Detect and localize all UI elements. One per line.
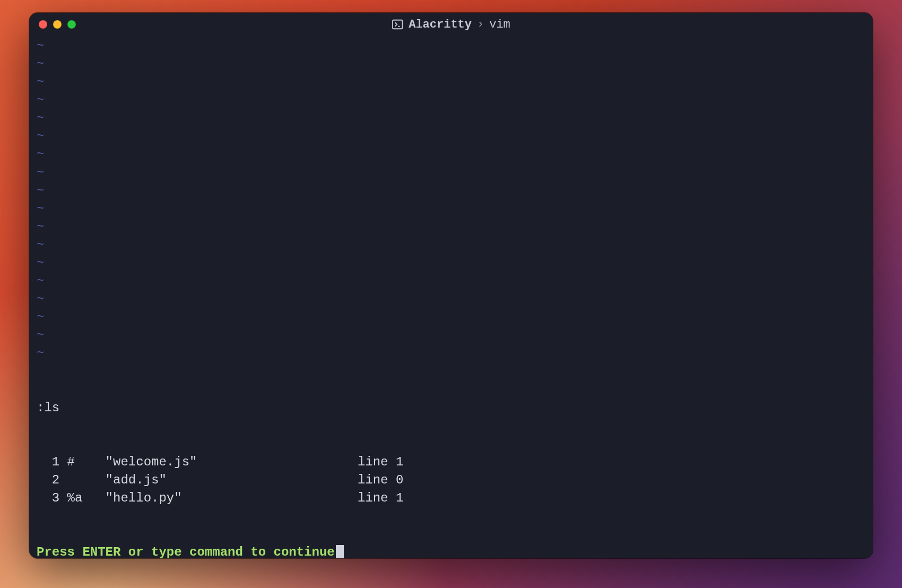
buffer-row: 1 # "welcome.js" line 1 <box>37 453 865 471</box>
vim-tilde-line: ~ <box>37 308 865 326</box>
command-echo: :ls <box>37 399 865 417</box>
vim-tilde-line: ~ <box>37 200 865 218</box>
vim-tilde-line: ~ <box>37 272 865 290</box>
title-separator: › <box>477 18 484 31</box>
terminal-icon <box>392 19 403 30</box>
cursor <box>336 545 344 558</box>
close-button[interactable] <box>39 20 47 29</box>
vim-tilde-line: ~ <box>37 344 865 362</box>
ls-output: :ls 1 # "welcome.js" line 1 2 "add.js" l… <box>37 362 865 543</box>
vim-tilde-line: ~ <box>37 91 865 109</box>
desktop-wallpaper: Alacritty › vim ~~~~~~~~~~~~~~~~~~ :ls 1… <box>0 0 902 588</box>
vim-tilde-line: ~ <box>37 218 865 236</box>
vim-tilde-line: ~ <box>37 145 865 163</box>
buffer-list: 1 # "welcome.js" line 1 2 "add.js" line … <box>37 453 865 507</box>
continue-prompt-text: Press ENTER or type command to continue <box>37 543 335 558</box>
vim-tilde-line: ~ <box>37 73 865 91</box>
vim-tilde-line: ~ <box>37 236 865 254</box>
vim-tilde-line: ~ <box>37 164 865 182</box>
vim-tilde-line: ~ <box>37 254 865 272</box>
buffer-row: 3 %a "hello.py" line 1 <box>37 489 865 507</box>
vim-tilde-line: ~ <box>37 290 865 308</box>
vim-tilde-line: ~ <box>37 127 865 145</box>
minimize-button[interactable] <box>53 20 62 29</box>
vim-tilde-line: ~ <box>37 109 865 127</box>
vim-tilde-line: ~ <box>37 55 865 73</box>
continue-prompt[interactable]: Press ENTER or type command to continue <box>37 543 865 558</box>
window-title-bar[interactable]: Alacritty › vim <box>29 13 873 36</box>
vim-tilde-line: ~ <box>37 326 865 344</box>
vim-tilde-line: ~ <box>37 37 865 55</box>
vim-tilde-line: ~ <box>37 182 865 200</box>
zoom-button[interactable] <box>67 20 76 29</box>
terminal-viewport[interactable]: ~~~~~~~~~~~~~~~~~~ :ls 1 # "welcome.js" … <box>29 36 873 558</box>
process-name: vim <box>489 18 510 31</box>
window-title: Alacritty › vim <box>392 18 510 31</box>
window-controls <box>39 20 76 29</box>
vim-empty-lines: ~~~~~~~~~~~~~~~~~~ <box>37 37 865 362</box>
app-name: Alacritty <box>409 18 472 31</box>
buffer-row: 2 "add.js" line 0 <box>37 471 865 489</box>
terminal-window[interactable]: Alacritty › vim ~~~~~~~~~~~~~~~~~~ :ls 1… <box>29 13 873 558</box>
